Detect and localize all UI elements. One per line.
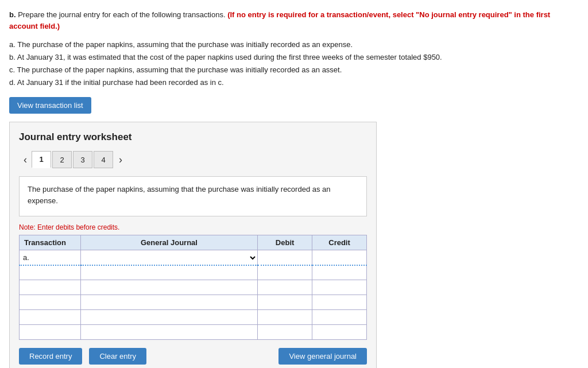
worksheet-container: Journal entry worksheet ‹ 1 2 3 4 › The … [9,122,377,368]
row2-credit-input[interactable] [312,266,366,280]
transaction-description: The purchase of the paper napkins, assum… [19,176,367,216]
part-b-text: Prepare the journal entry for each of th… [18,10,225,19]
row4-transaction [20,295,81,310]
prev-page-button[interactable]: ‹ [19,153,32,167]
col-general-journal: General Journal [80,235,257,250]
row6-journal-cell[interactable] [80,325,257,340]
row6-credit-input[interactable] [312,326,366,339]
view-general-journal-button[interactable]: View general journal [278,348,367,365]
button-row: Record entry Clear entry View general jo… [19,348,367,365]
record-entry-button[interactable]: Record entry [19,348,82,365]
clear-entry-button[interactable]: Clear entry [89,348,146,365]
row2-journal-cell[interactable] [80,265,257,280]
row6-debit-cell[interactable] [258,325,312,340]
table-row [20,280,367,295]
col-debit: Debit [258,235,312,250]
row5-journal-cell[interactable] [80,310,257,325]
journal-table: Transaction General Journal Debit Credit… [19,235,367,340]
table-row [20,310,367,325]
row4-journal-input[interactable] [81,296,257,309]
transaction-c: c. The purchase of the paper napkins, as… [9,64,579,76]
row3-journal-input[interactable] [81,281,257,295]
page-tab-4[interactable]: 4 [94,151,113,168]
row1-credit-cell[interactable] [312,250,367,265]
row2-debit-cell[interactable] [258,265,312,280]
row2-transaction [20,265,81,280]
row1-credit-input[interactable] [312,251,366,265]
row3-debit-input[interactable] [258,281,312,295]
row3-credit-input[interactable] [312,281,366,295]
table-row [20,265,367,280]
page-tab-2[interactable]: 2 [52,151,72,168]
page-tabs: 1 2 3 4 [32,151,114,168]
table-row [20,325,367,340]
row2-journal-input[interactable] [81,266,257,280]
col-transaction: Transaction [20,235,81,250]
row3-journal-cell[interactable] [80,280,257,295]
row4-debit-cell[interactable] [258,295,312,310]
sub-instructions: a. The purchase of the paper napkins, as… [9,38,579,89]
page-tab-3[interactable]: 3 [73,151,92,168]
table-row: a. No journal entry required Cash Suppli… [20,250,367,265]
col-credit: Credit [312,235,367,250]
row2-credit-cell[interactable] [312,265,367,280]
row6-debit-input[interactable] [258,326,312,339]
row5-transaction [20,310,81,325]
row6-transaction [20,325,81,340]
row5-journal-input[interactable] [81,311,257,324]
row4-credit-input[interactable] [312,296,366,309]
row5-debit-cell[interactable] [258,310,312,325]
row1-debit-cell[interactable] [258,250,312,265]
note-text: Note: Enter debits before credits. [19,223,367,231]
row3-credit-cell[interactable] [312,280,367,295]
view-transaction-list-button[interactable]: View transaction list [9,97,91,114]
part-b-label: b. [9,10,16,19]
pagination: ‹ 1 2 3 4 › [19,151,367,168]
row3-transaction [20,280,81,295]
row5-credit-cell[interactable] [312,310,367,325]
row1-journal-select[interactable]: No journal entry required Cash Supplies … [81,251,257,265]
row1-debit-input[interactable] [258,251,312,265]
row1-journal-cell[interactable]: No journal entry required Cash Supplies … [80,250,257,265]
row2-debit-input[interactable] [258,266,312,280]
row6-credit-cell[interactable] [312,325,367,340]
row3-debit-cell[interactable] [258,280,312,295]
table-row [20,295,367,310]
transaction-b: b. At January 31, it was estimated that … [9,51,579,64]
row1-transaction: a. [20,250,81,265]
row6-journal-input[interactable] [81,326,257,339]
transaction-a: a. The purchase of the paper napkins, as… [9,38,579,51]
transaction-d: d. At January 31 if the initial purchase… [9,76,579,89]
instructions-section: b. Prepare the journal entry for each of… [9,9,579,32]
row4-journal-cell[interactable] [80,295,257,310]
page-tab-1[interactable]: 1 [32,151,51,168]
worksheet-title: Journal entry worksheet [19,131,367,143]
row5-credit-input[interactable] [312,311,366,324]
row4-credit-cell[interactable] [312,295,367,310]
row5-debit-input[interactable] [258,311,312,324]
row4-debit-input[interactable] [258,296,312,309]
next-page-button[interactable]: › [114,153,127,167]
